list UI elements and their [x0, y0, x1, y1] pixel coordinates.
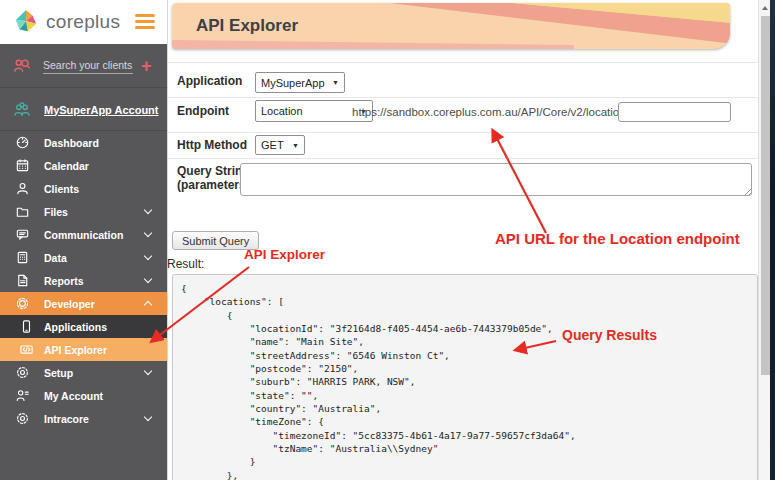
sidebar-item-label: My Account: [44, 390, 103, 402]
sidebar-item-label: Dashboard: [44, 137, 99, 149]
sidebar-item-label: Calendar: [44, 160, 89, 172]
annotation-api-explorer: API Explorer: [244, 247, 325, 262]
desktop-edge-strip: [770, 0, 775, 480]
sidebar-item-label: Communication: [44, 229, 123, 241]
sidebar-item-developer[interactable]: Developer: [0, 292, 167, 315]
sidebar-item-my-account[interactable]: My Account: [0, 384, 167, 407]
http-method-select[interactable]: GET ▼: [255, 135, 305, 155]
sidebar-item-label: Setup: [44, 367, 73, 379]
sidebar-item-applications[interactable]: Applications: [0, 315, 167, 338]
sidebar-item-intracore[interactable]: Intracore: [0, 407, 167, 430]
chevron-up-icon: [144, 301, 152, 309]
application-select[interactable]: MySuperApp ▼: [255, 72, 345, 93]
coreplus-logo: coreplus: [0, 0, 167, 44]
sidebar-item-label: Data: [44, 252, 67, 264]
page-banner: API Explorer: [172, 3, 730, 49]
add-client-button[interactable]: +: [141, 57, 152, 75]
endpoint-select-value: Location: [261, 105, 303, 117]
chevron-down-icon: [144, 413, 152, 421]
chevron-down-icon: [144, 206, 152, 214]
chevron-down-icon: [144, 229, 152, 237]
hamburger-menu-icon[interactable]: [135, 14, 155, 32]
row-divider: [168, 132, 758, 133]
query-string-label: Query String: [177, 164, 250, 178]
result-label: Result:: [167, 257, 204, 271]
row-divider: [168, 97, 758, 98]
app-window: coreplus + MySuperApp Account Dashboard: [0, 0, 775, 480]
sidebar-item-label: Files: [44, 206, 68, 218]
dropdown-arrow-icon: ▼: [292, 142, 299, 149]
person-icon: [15, 181, 30, 196]
smartphone-icon: [19, 319, 34, 334]
sidebar-item-files[interactable]: Files: [0, 200, 167, 223]
data-icon: [15, 250, 30, 265]
gear-icon: [15, 365, 30, 380]
sidebar-item-label: Applications: [44, 321, 107, 333]
row-divider: [168, 158, 758, 159]
person-card-icon: [15, 388, 30, 403]
row-divider: [168, 62, 758, 63]
sidebar-item-label: API Explorer: [44, 344, 107, 356]
dashboard-icon: [15, 135, 30, 150]
gear-icon: [15, 411, 30, 426]
sidebar-item-data[interactable]: Data: [0, 246, 167, 269]
sidebar-item-calendar[interactable]: Calendar: [0, 154, 167, 177]
dropdown-arrow-icon: ▼: [332, 79, 339, 86]
chevron-down-icon: [144, 367, 152, 375]
client-search-icon: [11, 57, 33, 75]
result-json: { "locations": [ { "locationId": "3f2164…: [173, 275, 757, 480]
application-label: Application: [177, 74, 242, 88]
sidebar-item-label: Reports: [44, 275, 84, 287]
search-input[interactable]: [43, 57, 133, 74]
logo-wordmark: coreplus: [46, 11, 120, 33]
sidebar-item-label: Clients: [44, 183, 79, 195]
sidebar-item-label: Intracore: [44, 413, 89, 425]
document-icon: [15, 273, 30, 288]
sidebar-item-setup[interactable]: Setup: [0, 361, 167, 384]
logo-pinwheel-icon: [12, 9, 40, 35]
folder-icon: [15, 204, 30, 219]
client-search-row: +: [0, 44, 167, 88]
sidebar-item-reports[interactable]: Reports: [0, 269, 167, 292]
sidebar-item-communication[interactable]: Communication: [0, 223, 167, 246]
scrollbar-thumb[interactable]: [761, 16, 770, 375]
chevron-down-icon: [144, 275, 152, 283]
account-row[interactable]: MySuperApp Account: [0, 89, 167, 131]
page-scrollbar[interactable]: [758, 0, 770, 480]
annotation-query-results: Query Results: [562, 327, 657, 343]
sidebar-item-api-explorer[interactable]: API Explorer: [0, 338, 167, 361]
annotation-api-url: API URL for the Location endpoint: [495, 230, 740, 247]
http-method-select-value: GET: [261, 139, 284, 151]
account-group-icon: [11, 101, 33, 118]
query-string-textarea[interactable]: [240, 163, 752, 196]
sidebar: coreplus + MySuperApp Account Dashboard: [0, 0, 167, 480]
chevron-down-icon: [144, 252, 152, 260]
result-box[interactable]: { "locations": [ { "locationId": "3f2164…: [172, 274, 758, 480]
banner-stripe: [172, 40, 574, 49]
developer-icon: [15, 296, 30, 311]
endpoint-param-input[interactable]: [618, 102, 731, 122]
sidebar-divider: [167, 0, 168, 480]
code-icon: [19, 342, 34, 357]
endpoint-label: Endpoint: [177, 104, 229, 118]
http-method-label: Http Method: [177, 138, 247, 152]
sidebar-item-dashboard[interactable]: Dashboard: [0, 131, 167, 154]
chat-bubble-icon: [15, 227, 30, 242]
sidebar-item-clients[interactable]: Clients: [0, 177, 167, 200]
calendar-icon: [15, 158, 30, 173]
endpoint-url: https://sandbox.coreplus.com.au/API/Core…: [352, 106, 629, 118]
account-label: MySuperApp Account: [44, 104, 159, 116]
scroll-up-arrow-icon: [762, 6, 768, 10]
page-title: API Explorer: [196, 16, 298, 36]
application-select-value: MySuperApp: [261, 77, 325, 89]
sidebar-item-label: Developer: [44, 298, 95, 310]
